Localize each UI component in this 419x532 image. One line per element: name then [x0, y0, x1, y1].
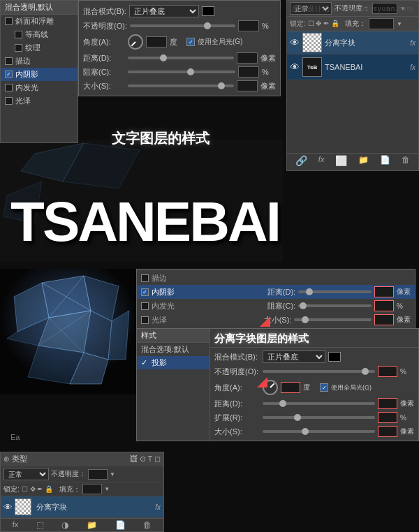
shadow-section-title: 分离字块图层的样式 — [210, 331, 418, 348]
stroke-checkbox[interactable] — [5, 57, 13, 65]
mid-size-value[interactable]: 5 — [374, 314, 394, 325]
trash-icon[interactable]: 🗑 — [402, 155, 410, 166]
tb-new-icon[interactable]: 📄 — [115, 520, 126, 530]
texture-checkbox[interactable] — [15, 44, 22, 52]
fx-icon[interactable]: fx — [318, 155, 325, 166]
sidebar-item-stroke[interactable]: 描边 — [1, 54, 78, 68]
fill-dropdown[interactable]: ▼ — [397, 21, 402, 27]
size-value[interactable]: 43 — [237, 80, 258, 91]
layer-row-2[interactable]: 👁 TsB TSANEBAI fx — [287, 54, 418, 80]
blend-options-item[interactable]: 混合选项:默认 — [137, 343, 210, 356]
mid-inner-shadow-check[interactable] — [141, 288, 149, 296]
tb-folder-icon[interactable]: 📁 — [87, 520, 97, 530]
mid-distance-slider[interactable] — [298, 290, 372, 293]
sidebar-title: 混合透明,默认 — [1, 1, 78, 15]
blend-mode-select[interactable]: 正片叠底 — [129, 5, 199, 17]
mid-choke-slider[interactable] — [298, 304, 372, 307]
sidebar-item-inner-shadow[interactable]: 内阴影 — [1, 68, 78, 81]
angle-dial[interactable] — [128, 34, 143, 50]
use-global-checkbox[interactable] — [186, 38, 195, 46]
shadow-opacity-row: 不透明度(O): 92 % — [210, 364, 418, 378]
inner-shadow-label: 内阴影 — [15, 69, 38, 80]
distance-value[interactable]: 14 — [237, 52, 258, 64]
inner-glow-label: 内发光 — [15, 82, 38, 93]
tb-mask-icon[interactable]: ⬚ — [36, 520, 44, 530]
mid-gloss-label: 光泽 — [152, 315, 167, 325]
mid-distance-value[interactable]: 5 — [374, 286, 394, 297]
tb-trash-icon[interactable]: 🗑 — [143, 520, 152, 530]
lock-icons-tb[interactable]: ☐ ✥ ✒ 🔒 — [22, 485, 53, 493]
layer-eye-tb[interactable]: 👁 — [3, 502, 13, 512]
fill-arrow-tb[interactable]: ▼ — [104, 486, 110, 492]
shadow-item-active[interactable]: ✓ 投影 — [137, 356, 210, 369]
mode-select[interactable]: 正常正常 — [3, 468, 49, 480]
inner-shadow-settings-panel: 混合模式(B): 正片叠底 不透明度(O): 75 % 角度(A): 32 度 … — [78, 0, 281, 96]
size-slider[interactable] — [128, 84, 234, 87]
shadow-angle-value[interactable]: -9 — [281, 382, 300, 393]
angle-value[interactable]: 32 — [146, 36, 167, 47]
folder-icon[interactable]: 📁 — [358, 155, 369, 166]
blend-options-panel: 混合透明,默认 斜面和浮雕 等高线 纹理 描边 内阴影 内发光 光泽 — [0, 0, 78, 143]
contour-checkbox[interactable] — [15, 31, 22, 38]
bevel-checkbox[interactable] — [5, 17, 13, 25]
choke-value[interactable]: 27 — [238, 66, 259, 77]
opacity-slider[interactable] — [130, 24, 235, 27]
angle-row: 角度(A): 32 度 使用全局光(G) — [79, 33, 280, 51]
opacity-value[interactable]: 75 — [238, 20, 259, 31]
shadow-opacity-value[interactable]: 92 — [378, 366, 397, 377]
shadow-expand-slider[interactable] — [263, 416, 375, 419]
shadow-opacity-slider[interactable] — [263, 370, 375, 373]
layer-eye-icon-2[interactable]: 👁 — [290, 61, 300, 73]
lock-label: 锁定: — [3, 485, 20, 494]
bottom-layer-row[interactable]: 👁 分离字块 fx — [1, 496, 163, 518]
shadow-size-slider[interactable] — [263, 430, 375, 433]
inner-shadow-checkbox[interactable] — [5, 71, 13, 78]
size-unit: 像素 — [260, 81, 276, 91]
fx-badge-1[interactable]: fx — [410, 39, 416, 47]
mask-icon[interactable]: ⬜ — [335, 155, 347, 166]
mid-choke-value[interactable]: 0 — [374, 300, 394, 311]
layer-eye-icon[interactable]: 👁 — [290, 37, 300, 48]
fill-input-tb[interactable]: 10 — [82, 484, 102, 494]
shadow-size-value[interactable]: 18 — [378, 426, 397, 437]
mid-stroke-check[interactable] — [141, 274, 149, 282]
satin-checkbox[interactable] — [5, 97, 13, 105]
mid-size-slider[interactable] — [294, 318, 372, 321]
fx-label-tb[interactable]: fx — [155, 503, 161, 511]
mid-inner-shadow-label: 内阴影 — [152, 287, 175, 297]
shadow-expand-value[interactable]: 14 — [378, 412, 397, 423]
layers-fill[interactable]: 100% — [369, 18, 394, 29]
shadow-size-unit: 像素 — [400, 427, 414, 436]
sidebar-item-contour[interactable]: 等高线 — [1, 28, 78, 41]
shadow-distance-value[interactable]: 7 — [378, 398, 397, 409]
tb-fx-icon[interactable]: fx — [13, 520, 19, 530]
inner-glow-checkbox[interactable] — [5, 84, 13, 91]
sidebar-item-texture[interactable]: 纹理 — [1, 41, 78, 54]
shadow-global-checkbox[interactable] — [320, 383, 328, 392]
sidebar-item-satin[interactable]: 光泽 — [1, 94, 78, 108]
shadow-color-swatch[interactable] — [328, 352, 341, 362]
distance-slider[interactable] — [128, 57, 234, 59]
glass-svg — [0, 269, 136, 394]
mid-inner-glow-check[interactable] — [141, 302, 149, 310]
bottom-panel-inner: 样式 混合选项:默认 ✓ 投影 分离字块图层的样式 混合模式(B): 正片叠底 … — [137, 329, 418, 441]
fill-label-tb: 填充： — [59, 485, 80, 494]
fx-badge-2[interactable]: fx — [410, 64, 416, 71]
shadow-distance-slider[interactable] — [263, 402, 375, 405]
mid-gloss-check[interactable] — [141, 316, 149, 324]
opacity-input-tb[interactable]: 10 — [88, 469, 108, 480]
choke-slider[interactable] — [128, 71, 235, 73]
tb-adj-icon[interactable]: ◑ — [61, 520, 68, 530]
layer-thumb-tb — [15, 498, 31, 515]
opacity-arrow-tb[interactable]: ▼ — [110, 471, 115, 478]
shadow-blend-select[interactable]: 正片叠底 — [263, 350, 325, 363]
type-icon[interactable]: ⊕ 类型 — [3, 454, 27, 464]
shadow-blend-label: 混合模式(B): — [214, 352, 260, 362]
new-layer-icon[interactable]: 📄 — [380, 155, 390, 166]
sidebar-item-inner-glow[interactable]: 内发光 — [1, 81, 78, 94]
link-icon[interactable]: 🔗 — [295, 155, 307, 166]
layer-row-1[interactable]: 👁 分离字块 fx — [287, 31, 418, 54]
svg-marker-18 — [260, 316, 270, 327]
sidebar-item-bevel[interactable]: 斜面和浮雕 — [1, 15, 78, 28]
color-swatch[interactable] — [202, 6, 214, 16]
